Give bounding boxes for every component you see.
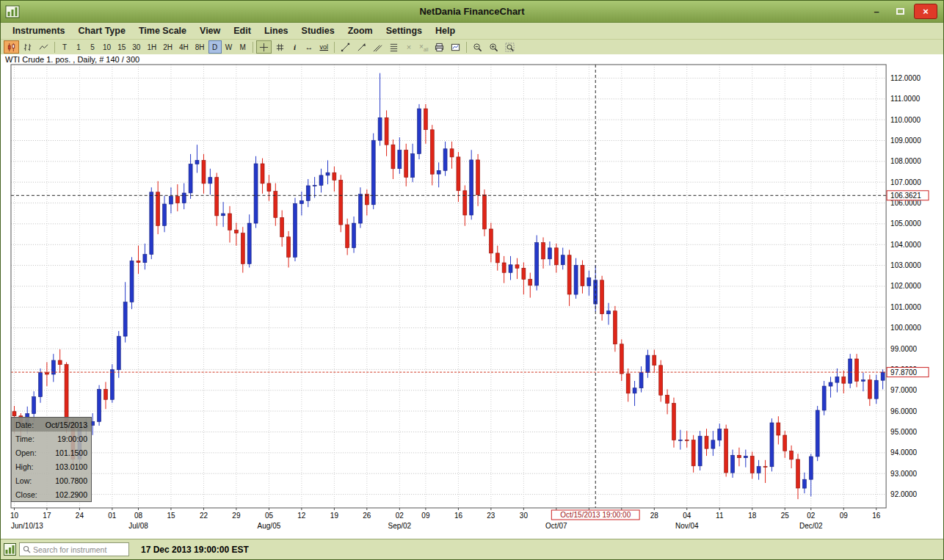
svg-text:100.0000: 100.0000 — [890, 324, 921, 332]
svg-text:110.0000: 110.0000 — [890, 116, 921, 124]
svg-text:17: 17 — [43, 512, 51, 520]
arrow-line-tool-button[interactable] — [354, 40, 369, 54]
menu-item-lines[interactable]: Lines — [258, 23, 294, 39]
timescale-daily-label: D — [212, 43, 217, 51]
search-input[interactable] — [33, 545, 126, 554]
chart-instrument-label: WTI Crude 1. pos. , Daily, # 140 / 300 — [5, 55, 139, 64]
chart-type-candlestick-button[interactable] — [4, 40, 19, 54]
timescale-30min-button[interactable]: 30 — [129, 40, 143, 54]
timescale-15min-label: 15 — [117, 43, 126, 51]
menu-item-help[interactable]: Help — [429, 23, 461, 39]
print-chart-button[interactable] — [432, 40, 447, 54]
status-bar: 17 Dec 2013 19:00:00 EST — [1, 539, 943, 559]
menu-item-view[interactable]: View — [194, 23, 226, 39]
zoom-in-icon — [489, 43, 498, 52]
timescale-tick-button[interactable]: T — [58, 40, 71, 54]
toolbar-separator — [466, 42, 467, 53]
timescale-monthly-button[interactable]: M — [236, 40, 250, 54]
toolbar-separator — [253, 42, 253, 53]
zoom-out-icon — [473, 43, 482, 52]
menu-item-instruments[interactable]: Instruments — [7, 23, 71, 39]
timescale-5min-button[interactable]: 5 — [86, 40, 99, 54]
timescale-tick-label: T — [62, 43, 67, 51]
tooltip-row-open: Open:101.1500 — [12, 446, 91, 459]
svg-text:97.8700: 97.8700 — [890, 368, 918, 377]
svg-text:102.0000: 102.0000 — [890, 282, 921, 290]
svg-text:Sep/02: Sep/02 — [388, 522, 412, 530]
timescale-1min-label: 1 — [76, 43, 81, 51]
svg-text:16: 16 — [872, 512, 881, 520]
delete-all-lines-button[interactable]: ×all — [416, 40, 431, 54]
svg-text:103.0000: 103.0000 — [890, 261, 921, 269]
timescale-8h-button[interactable]: 8H — [192, 40, 208, 54]
maximize-button[interactable] — [890, 4, 909, 19]
delete-icon: × — [407, 43, 411, 51]
grid-toggle-button[interactable] — [272, 40, 288, 54]
svg-text:16: 16 — [454, 512, 463, 520]
search-icon — [23, 545, 31, 553]
copy-chart-icon — [451, 43, 460, 52]
delete-all-icon: ×all — [419, 43, 428, 52]
timescale-1h-button[interactable]: 1H — [144, 40, 159, 54]
svg-text:93.0000: 93.0000 — [890, 470, 918, 478]
tooltip-row-high: High:103.0100 — [12, 459, 91, 473]
copy-chart-button[interactable] — [448, 40, 463, 54]
line-chart-icon — [39, 43, 48, 52]
menu-item-settings[interactable]: Settings — [380, 23, 428, 39]
menu-item-time-scale[interactable]: Time Scale — [133, 23, 192, 39]
timescale-weekly-button[interactable]: W — [222, 40, 236, 54]
svg-text:111.0000: 111.0000 — [890, 95, 921, 103]
minimize-button[interactable]: – — [867, 4, 886, 19]
scroll-tool-button[interactable]: ↔ — [302, 40, 316, 54]
info-tool-button[interactable]: i — [288, 40, 302, 54]
h-arrows-icon: ↔ — [305, 43, 313, 51]
svg-text:01: 01 — [108, 512, 117, 520]
svg-text:99.0000: 99.0000 — [890, 345, 918, 353]
channel-tool-button[interactable] — [370, 40, 385, 54]
timescale-daily-button[interactable]: D — [208, 40, 222, 54]
tooltip-row-low: Low:100.7800 — [12, 473, 91, 487]
svg-text:22: 22 — [200, 512, 208, 520]
menu-item-edit[interactable]: Edit — [228, 23, 257, 39]
tooltip-row-time: Time:19:00:00 — [12, 432, 91, 446]
status-timestamp: 17 Dec 2013 19:00:00 EST — [141, 545, 249, 555]
timescale-1min-button[interactable]: 1 — [72, 40, 85, 54]
menu-item-studies[interactable]: Studies — [296, 23, 341, 39]
timescale-1h-label: 1H — [147, 43, 156, 51]
candlestick-chart-area[interactable]: 92.000093.000094.000095.000096.000097.00… — [1, 54, 943, 539]
zoom-in-button[interactable] — [486, 40, 501, 54]
chart-type-bars-button[interactable] — [20, 40, 35, 54]
netdania-mini-icon — [4, 543, 16, 556]
zoom-out-button[interactable] — [470, 40, 485, 54]
svg-text:101.0000: 101.0000 — [890, 303, 921, 311]
timescale-10min-label: 10 — [103, 43, 111, 51]
svg-text:09: 09 — [840, 512, 849, 520]
svg-text:15: 15 — [167, 512, 175, 520]
crosshair-icon — [259, 43, 269, 52]
menu-item-chart-type[interactable]: Chart Type — [73, 23, 131, 39]
timescale-10min-button[interactable]: 10 — [100, 40, 114, 54]
close-button[interactable]: × — [914, 4, 937, 19]
trendline-tool-button[interactable] — [338, 40, 353, 54]
candlestick-icon — [7, 43, 16, 52]
volume-toggle-button[interactable]: vol — [317, 40, 332, 54]
menu-item-zoom[interactable]: Zoom — [342, 23, 379, 39]
timescale-15min-button[interactable]: 15 — [115, 40, 128, 54]
grid-icon — [275, 43, 285, 52]
svg-text:104.0000: 104.0000 — [890, 241, 921, 249]
toolbar-separator — [54, 42, 55, 53]
fibonacci-tool-button[interactable] — [386, 40, 402, 54]
timescale-weekly-label: W — [225, 43, 232, 51]
svg-text:28: 28 — [650, 512, 659, 520]
timescale-monthly-label: M — [239, 43, 245, 51]
chart-type-line-button[interactable] — [36, 40, 51, 54]
delete-line-button[interactable]: × — [402, 40, 415, 54]
zoom-reset-button[interactable] — [502, 40, 518, 54]
svg-text:105.0000: 105.0000 — [890, 219, 921, 228]
timescale-4h-button[interactable]: 4H — [176, 40, 192, 54]
timescale-2h-button[interactable]: 2H — [160, 40, 175, 54]
crosshair-tool-button[interactable] — [256, 40, 272, 54]
tooltip-row-close: Close:102.2900 — [12, 487, 91, 501]
svg-text:Nov/04: Nov/04 — [675, 522, 699, 530]
chart-panel: WTI Crude 1. pos. , Daily, # 140 / 300 9… — [1, 54, 943, 539]
